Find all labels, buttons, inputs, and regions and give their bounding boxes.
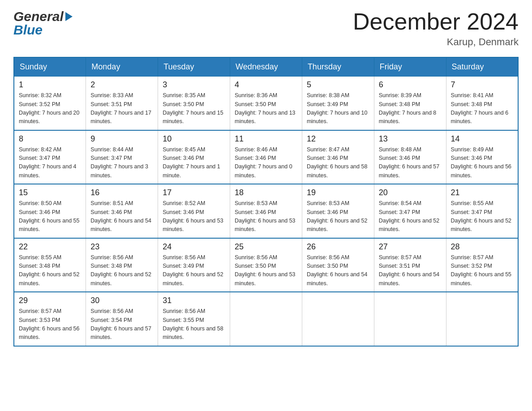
day-info: Sunrise: 8:56 AMSunset: 3:48 PMDaylight:… (90, 253, 153, 288)
calendar-cell: 13Sunrise: 8:48 AMSunset: 3:46 PMDayligh… (374, 130, 446, 184)
day-info: Sunrise: 8:41 AMSunset: 3:48 PMDaylight:… (451, 91, 513, 126)
day-number: 28 (451, 242, 513, 252)
day-info: Sunrise: 8:48 AMSunset: 3:46 PMDaylight:… (379, 146, 442, 180)
calendar-table: SundayMondayTuesdayWednesdayThursdayFrid… (13, 57, 519, 347)
calendar-cell: 20Sunrise: 8:54 AMSunset: 3:47 PMDayligh… (374, 184, 446, 238)
day-info: Sunrise: 8:46 AMSunset: 3:46 PMDaylight:… (235, 146, 297, 180)
calendar-cell: 17Sunrise: 8:52 AMSunset: 3:46 PMDayligh… (158, 184, 230, 238)
logo-triangle-icon (65, 12, 73, 21)
day-number: 10 (163, 134, 225, 144)
day-number: 3 (163, 80, 225, 90)
title-section: December 2024 Karup, Denmark (353, 9, 519, 48)
day-number: 19 (307, 188, 369, 197)
calendar-cell (446, 292, 518, 346)
day-info: Sunrise: 8:49 AMSunset: 3:46 PMDaylight:… (451, 146, 513, 180)
day-info: Sunrise: 8:35 AMSunset: 3:50 PMDaylight:… (163, 91, 225, 126)
logo-general-text: General (13, 9, 64, 24)
day-info: Sunrise: 8:54 AMSunset: 3:47 PMDaylight:… (379, 199, 442, 234)
calendar-cell: 7Sunrise: 8:41 AMSunset: 3:48 PMDaylight… (446, 77, 518, 130)
header-row: SundayMondayTuesdayWednesdayThursdayFrid… (14, 57, 518, 77)
day-info: Sunrise: 8:56 AMSunset: 3:49 PMDaylight:… (163, 253, 225, 288)
day-number: 5 (307, 80, 369, 90)
calendar-cell: 16Sunrise: 8:51 AMSunset: 3:46 PMDayligh… (86, 184, 158, 238)
calendar-cell: 22Sunrise: 8:55 AMSunset: 3:48 PMDayligh… (14, 238, 86, 292)
day-info: Sunrise: 8:53 AMSunset: 3:46 PMDaylight:… (307, 199, 369, 234)
calendar-cell: 26Sunrise: 8:56 AMSunset: 3:50 PMDayligh… (302, 238, 374, 292)
calendar-cell: 14Sunrise: 8:49 AMSunset: 3:46 PMDayligh… (446, 130, 518, 184)
logo: General Blue (13, 9, 73, 38)
calendar-cell: 24Sunrise: 8:56 AMSunset: 3:49 PMDayligh… (158, 238, 230, 292)
day-number: 13 (379, 134, 442, 144)
calendar-cell (230, 292, 302, 346)
day-number: 14 (451, 134, 513, 144)
header-friday: Friday (374, 57, 446, 77)
calendar-cell: 6Sunrise: 8:39 AMSunset: 3:48 PMDaylight… (374, 77, 446, 130)
calendar-cell: 4Sunrise: 8:36 AMSunset: 3:50 PMDaylight… (230, 77, 302, 130)
day-info: Sunrise: 8:56 AMSunset: 3:54 PMDaylight:… (90, 307, 153, 342)
day-info: Sunrise: 8:57 AMSunset: 3:52 PMDaylight:… (451, 253, 513, 288)
day-number: 24 (163, 242, 225, 252)
calendar-cell: 5Sunrise: 8:38 AMSunset: 3:49 PMDaylight… (302, 77, 374, 130)
day-number: 20 (379, 188, 442, 197)
header-sunday: Sunday (14, 57, 86, 77)
day-info: Sunrise: 8:42 AMSunset: 3:47 PMDaylight:… (19, 146, 81, 180)
header-wednesday: Wednesday (230, 57, 302, 77)
day-info: Sunrise: 8:52 AMSunset: 3:46 PMDaylight:… (163, 199, 225, 234)
page-header: General Blue December 2024 Karup, Denmar… (13, 9, 519, 48)
day-number: 7 (451, 80, 513, 90)
day-number: 21 (451, 188, 513, 197)
week-row-4: 22Sunrise: 8:55 AMSunset: 3:48 PMDayligh… (14, 238, 518, 292)
day-info: Sunrise: 8:44 AMSunset: 3:47 PMDaylight:… (90, 146, 153, 180)
header-thursday: Thursday (302, 57, 374, 77)
calendar-cell: 25Sunrise: 8:56 AMSunset: 3:50 PMDayligh… (230, 238, 302, 292)
day-info: Sunrise: 8:55 AMSunset: 3:48 PMDaylight:… (19, 253, 81, 288)
day-number: 31 (163, 296, 225, 305)
day-info: Sunrise: 8:56 AMSunset: 3:50 PMDaylight:… (307, 253, 369, 288)
day-number: 4 (235, 80, 297, 90)
day-number: 18 (235, 188, 297, 197)
day-info: Sunrise: 8:45 AMSunset: 3:46 PMDaylight:… (163, 146, 225, 180)
day-number: 29 (19, 296, 81, 305)
day-number: 6 (379, 80, 442, 90)
calendar-cell: 30Sunrise: 8:56 AMSunset: 3:54 PMDayligh… (86, 292, 158, 346)
calendar-cell (374, 292, 446, 346)
calendar-cell: 9Sunrise: 8:44 AMSunset: 3:47 PMDaylight… (86, 130, 158, 184)
day-info: Sunrise: 8:53 AMSunset: 3:46 PMDaylight:… (235, 199, 297, 234)
day-info: Sunrise: 8:56 AMSunset: 3:55 PMDaylight:… (163, 307, 225, 342)
calendar-cell: 8Sunrise: 8:42 AMSunset: 3:47 PMDaylight… (14, 130, 86, 184)
calendar-cell: 10Sunrise: 8:45 AMSunset: 3:46 PMDayligh… (158, 130, 230, 184)
week-row-1: 1Sunrise: 8:32 AMSunset: 3:52 PMDaylight… (14, 77, 518, 130)
calendar-cell: 27Sunrise: 8:57 AMSunset: 3:51 PMDayligh… (374, 238, 446, 292)
day-info: Sunrise: 8:33 AMSunset: 3:51 PMDaylight:… (90, 91, 153, 126)
day-info: Sunrise: 8:38 AMSunset: 3:49 PMDaylight:… (307, 91, 369, 126)
day-number: 23 (90, 242, 153, 252)
calendar-cell: 23Sunrise: 8:56 AMSunset: 3:48 PMDayligh… (86, 238, 158, 292)
calendar-cell: 11Sunrise: 8:46 AMSunset: 3:46 PMDayligh… (230, 130, 302, 184)
day-number: 27 (379, 242, 442, 252)
day-number: 12 (307, 134, 369, 144)
day-number: 22 (19, 242, 81, 252)
day-info: Sunrise: 8:51 AMSunset: 3:46 PMDaylight:… (90, 199, 153, 234)
day-info: Sunrise: 8:57 AMSunset: 3:53 PMDaylight:… (19, 307, 81, 342)
day-number: 2 (90, 80, 153, 90)
day-info: Sunrise: 8:47 AMSunset: 3:46 PMDaylight:… (307, 146, 369, 180)
calendar-cell: 19Sunrise: 8:53 AMSunset: 3:46 PMDayligh… (302, 184, 374, 238)
header-saturday: Saturday (446, 57, 518, 77)
calendar-cell: 31Sunrise: 8:56 AMSunset: 3:55 PMDayligh… (158, 292, 230, 346)
day-number: 26 (307, 242, 369, 252)
week-row-3: 15Sunrise: 8:50 AMSunset: 3:46 PMDayligh… (14, 184, 518, 238)
header-monday: Monday (86, 57, 158, 77)
day-info: Sunrise: 8:57 AMSunset: 3:51 PMDaylight:… (379, 253, 442, 288)
calendar-cell: 18Sunrise: 8:53 AMSunset: 3:46 PMDayligh… (230, 184, 302, 238)
day-number: 16 (90, 188, 153, 197)
week-row-5: 29Sunrise: 8:57 AMSunset: 3:53 PMDayligh… (14, 292, 518, 346)
day-info: Sunrise: 8:32 AMSunset: 3:52 PMDaylight:… (19, 91, 81, 126)
calendar-cell: 2Sunrise: 8:33 AMSunset: 3:51 PMDaylight… (86, 77, 158, 130)
calendar-cell: 28Sunrise: 8:57 AMSunset: 3:52 PMDayligh… (446, 238, 518, 292)
week-row-2: 8Sunrise: 8:42 AMSunset: 3:47 PMDaylight… (14, 130, 518, 184)
calendar-cell (302, 292, 374, 346)
day-info: Sunrise: 8:55 AMSunset: 3:47 PMDaylight:… (451, 199, 513, 234)
month-title: December 2024 (353, 9, 519, 34)
calendar-cell: 12Sunrise: 8:47 AMSunset: 3:46 PMDayligh… (302, 130, 374, 184)
calendar-cell: 29Sunrise: 8:57 AMSunset: 3:53 PMDayligh… (14, 292, 86, 346)
